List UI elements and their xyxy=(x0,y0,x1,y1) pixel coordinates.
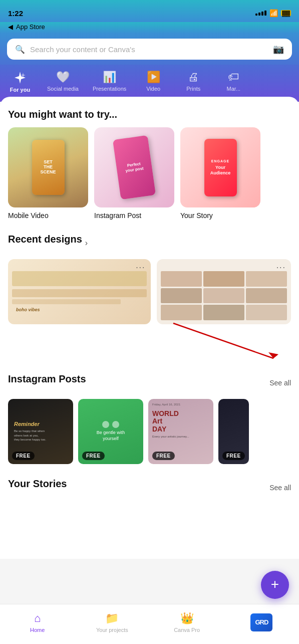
world-art-sub: Every your artistic journey... xyxy=(152,435,209,438)
svg-line-0 xyxy=(173,323,273,358)
try-card-mobile-video[interactable]: SETTHESCENE Mobile Video xyxy=(8,127,88,220)
recent-card-2[interactable]: ··· xyxy=(157,259,291,324)
tab-marketing-label: Mar... xyxy=(226,86,240,92)
search-icon: 🔍 xyxy=(15,45,25,54)
phone-rotated-mock: Perfectyour post xyxy=(113,135,156,200)
instagram-posts-section: Instagram Posts See all Reminder Be so h… xyxy=(8,373,291,464)
ig-post-card-reminder[interactable]: Reminder Be so happy that whenothers loo… xyxy=(8,399,73,464)
tab-social-media-label: Social media xyxy=(47,86,79,92)
tab-marketing[interactable]: 🏷 Mar... xyxy=(213,69,253,98)
photo-cell xyxy=(246,305,287,320)
your-stories-title: Your Stories xyxy=(8,478,67,490)
search-container: 🔍 Search your content or Canva's 📷 xyxy=(0,34,299,65)
arrow-annotation xyxy=(8,328,291,378)
photo-cell xyxy=(246,288,287,304)
tab-prints-label: Prints xyxy=(186,86,200,92)
instagram-posts-header: Instagram Posts See all xyxy=(8,373,291,392)
try-card-your-story[interactable]: ENGAGE YourAudience Your Story xyxy=(180,127,260,220)
crown-icon: 👑 xyxy=(180,612,194,625)
reminder-main-text: Reminder xyxy=(14,421,40,427)
gentle-circle-1 xyxy=(102,421,109,428)
instagram-post-bg: Perfectyour post xyxy=(94,127,174,207)
preview-block-2 xyxy=(12,289,147,297)
free-badge-4: FREE xyxy=(222,452,245,460)
try-section: You might want to try... SETTHESCENE Mob… xyxy=(8,109,291,220)
gentle-circles xyxy=(102,421,119,428)
status-time: 1:22 xyxy=(8,9,23,18)
status-bar: 1:22 📶 ▓▓ xyxy=(0,0,299,22)
recent-designs-grid: ··· boho vibes ··· xyxy=(8,259,291,324)
tag-icon: 🏷 xyxy=(228,71,239,84)
try-cards-list: SETTHESCENE Mobile Video Perfectyour pos… xyxy=(8,127,291,220)
ig-post-card-world-art[interactable]: Friday, April 16, 2021 WORLDArtDAY Every… xyxy=(148,399,213,464)
tab-presentations[interactable]: 📊 Presentations xyxy=(86,69,133,98)
tab-video-label: Video xyxy=(146,86,160,92)
fab-button[interactable]: + xyxy=(261,571,289,599)
try-section-title: You might want to try... xyxy=(8,109,291,120)
pie-chart-icon: 📊 xyxy=(103,71,116,84)
photo-cell xyxy=(203,305,244,320)
bottom-nav-projects[interactable]: 📁 Your projects xyxy=(75,604,149,640)
grd-text: GRD xyxy=(255,618,268,626)
your-stories-header: Your Stories See all xyxy=(8,478,291,497)
ig-post-card-dark[interactable]: FREE xyxy=(218,399,249,464)
world-art-text: WORLDArtDAY xyxy=(152,410,209,433)
preview-block-1 xyxy=(12,271,147,286)
svg-marker-1 xyxy=(268,352,278,358)
recent-title-group[interactable]: Recent designs › xyxy=(8,234,88,252)
tab-social-media[interactable]: 🤍 Social media xyxy=(40,69,86,98)
nav-tabs: For you 🤍 Social media 📊 Presentations ▶… xyxy=(0,65,299,98)
recent-card-1[interactable]: ··· boho vibes xyxy=(8,259,151,324)
photo-cell xyxy=(161,305,202,320)
tab-for-you[interactable]: For you xyxy=(0,69,40,98)
recent-arrow-icon: › xyxy=(85,239,88,248)
your-story-bg: ENGAGE YourAudience xyxy=(180,127,260,207)
bottom-nav: ⌂ Home 📁 Your projects 👑 Canva Pro GRD xyxy=(0,604,299,644)
your-stories-see-all[interactable]: See all xyxy=(269,484,291,492)
photo-cell xyxy=(161,271,202,287)
bottom-nav-home[interactable]: ⌂ Home xyxy=(0,604,75,640)
photo-cell xyxy=(246,271,287,287)
mobile-phone-mock: SETTHESCENE xyxy=(32,140,65,195)
recent-section-header: Recent designs › xyxy=(8,234,291,252)
try-card-image-instagram-post: Perfectyour post xyxy=(94,127,174,207)
search-input[interactable]: Search your content or Canva's xyxy=(30,45,268,54)
video-icon: ▶️ xyxy=(147,71,160,84)
search-bar[interactable]: 🔍 Search your content or Canva's 📷 xyxy=(7,39,292,60)
back-arrow-icon[interactable]: ◀ xyxy=(8,23,13,31)
red-arrow-svg xyxy=(8,318,299,368)
tab-video[interactable]: ▶️ Video xyxy=(133,69,173,98)
bottom-nav-grd[interactable]: GRD xyxy=(224,604,299,640)
tab-prints[interactable]: 🖨 Prints xyxy=(173,69,213,98)
main-content: You might want to try... SETTHESCENE Mob… xyxy=(0,97,299,559)
photo-grid xyxy=(161,271,287,320)
app-store-bar: ◀ App Store xyxy=(0,22,299,34)
gentle-text: Be gentle withyourself xyxy=(97,430,125,442)
status-icons: 📶 ▓▓ xyxy=(255,9,291,17)
folder-icon: 📁 xyxy=(105,612,119,625)
try-card-label-your-story: Your Story xyxy=(180,211,260,220)
app-store-label[interactable]: App Store xyxy=(16,23,45,31)
bottom-nav-home-label: Home xyxy=(30,627,45,633)
tab-presentations-label: Presentations xyxy=(93,86,126,92)
try-card-label-mobile-video: Mobile Video xyxy=(8,211,88,220)
ig-post-1-content: Reminder Be so happy that whenothers loo… xyxy=(8,399,73,464)
instagram-posts-see-all[interactable]: See all xyxy=(269,379,291,387)
bottom-nav-projects-label: Your projects xyxy=(96,627,128,633)
battery-icon: ▓▓ xyxy=(281,10,291,16)
try-card-instagram-post[interactable]: Perfectyour post Instagram Post xyxy=(94,127,174,220)
world-art-date: Friday, April 16, 2021 xyxy=(152,403,209,406)
photo-cell xyxy=(161,288,202,304)
story-phone-mock: ENGAGE YourAudience xyxy=(204,139,237,196)
preview-block-3 xyxy=(12,299,121,304)
ig-post-card-gentle[interactable]: Be gentle withyourself FREE xyxy=(78,399,143,464)
fab-plus-icon: + xyxy=(271,577,279,591)
phone-post-text: Perfectyour post xyxy=(125,161,144,173)
instagram-posts-scroll: Reminder Be so happy that whenothers loo… xyxy=(8,399,291,464)
mobile-video-bg: SETTHESCENE xyxy=(8,127,88,207)
camera-icon[interactable]: 📷 xyxy=(273,44,284,55)
try-card-label-instagram-post: Instagram Post xyxy=(94,211,174,220)
bottom-nav-canva-pro[interactable]: 👑 Canva Pro xyxy=(150,604,224,640)
reminder-sub-text: Be so happy that whenothers look at you,… xyxy=(14,429,46,442)
your-stories-section: Your Stories See all xyxy=(8,478,291,497)
